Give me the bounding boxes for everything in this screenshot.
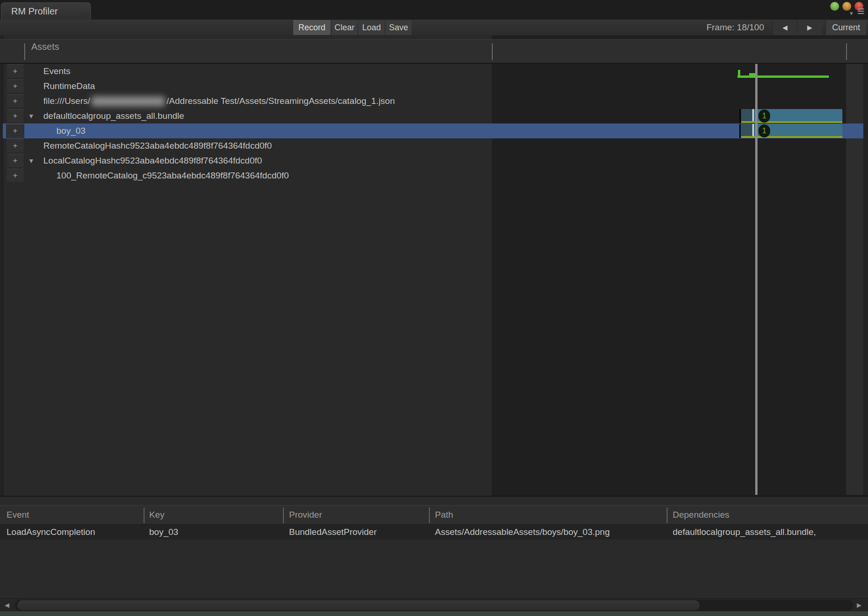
assets-tree: +Events+RuntimeData+file:///Users//Addre…: [3, 64, 863, 183]
tree-row-label: RemoteCatalogHashc9523aba4ebdc489f8f7643…: [40, 141, 272, 151]
tree-row-content: boy_03: [24, 126, 85, 136]
tab-rm-profiler[interactable]: RM Profiler: [1, 2, 91, 20]
details-cell: defaultlocalgroup_assets_all.bundle,: [673, 527, 816, 537]
frame-controls: Frame: 18/100 ◀ ▶ Current: [706, 20, 866, 35]
events-graph-step: [749, 73, 756, 75]
scroll-right-icon[interactable]: ▶: [857, 599, 861, 612]
details-column-dependencies[interactable]: Dependencies: [673, 510, 729, 520]
pane-menu-icon[interactable]: ≡: [857, 5, 865, 18]
next-frame-button[interactable]: ▶: [797, 20, 822, 35]
tab-bar: RM Profiler ▾ ≡: [0, 0, 868, 20]
details-column-divider: [283, 507, 284, 523]
assets-column-header: [0, 39, 868, 64]
pane-dropdown-icon[interactable]: ▾: [850, 10, 853, 17]
tree-row-content: RuntimeData: [24, 81, 95, 91]
ref-count-badge: 1: [758, 110, 770, 123]
details-cell: LoadAsyncCompletion: [7, 527, 95, 537]
tree-row-events[interactable]: +Events: [3, 64, 863, 79]
tab-title: RM Profiler: [11, 6, 58, 16]
expand-button-runtime-data[interactable]: +: [6, 79, 24, 93]
tree-row-100-remote-catalog[interactable]: +100_RemoteCatalog_c9523aba4ebdc489f8f76…: [3, 168, 863, 183]
details-column-provider[interactable]: Provider: [289, 510, 322, 520]
expand-button-local-catalog-hash[interactable]: +: [6, 154, 24, 168]
expand-button-defaultlocalgroup-bundle[interactable]: +: [6, 109, 24, 123]
tree-row-defaultlocalgroup-bundle[interactable]: +▼defaultlocalgroup_assets_all.bundle: [3, 109, 863, 123]
bar-frame-tick: [752, 109, 754, 121]
tree-row-label: boy_03: [53, 126, 85, 136]
assets-timeline-panel: Assets +Events+RuntimeData+file:///Users…: [0, 35, 868, 496]
window-button-green[interactable]: [830, 2, 839, 11]
clear-button[interactable]: Clear: [331, 20, 358, 35]
tree-row-label: RuntimeData: [40, 81, 95, 91]
tree-row-catalog-url[interactable]: +file:///Users//Addressable Test/Assets/…: [3, 94, 863, 109]
header-pane-splitter[interactable]: [492, 43, 493, 60]
events-graph-line: [737, 75, 829, 78]
bar-start-tick: [739, 124, 741, 138]
frame-counter: Frame: 18/100: [706, 22, 764, 33]
toolbar-button-group: Record Clear Load Save: [293, 20, 412, 35]
redacted-username: [91, 96, 165, 106]
tree-row-runtime-data[interactable]: +RuntimeData: [3, 79, 863, 94]
header-divider: [24, 43, 25, 60]
expand-button-boy-03[interactable]: +: [6, 124, 24, 138]
load-button[interactable]: Load: [358, 20, 385, 35]
tree-row-content: 100_RemoteCatalog_c9523aba4ebdc489f8f764…: [24, 171, 289, 181]
bar-leading-segment: [741, 109, 752, 121]
tree-row-remote-catalog-hash[interactable]: +RemoteCatalogHashc9523aba4ebdc489f8f764…: [3, 138, 863, 153]
horizontal-scrollbar[interactable]: ◀ ▶: [0, 598, 868, 612]
frame-playhead[interactable]: [755, 64, 758, 495]
bar-frame-tick: [752, 124, 754, 136]
event-details-panel: EventKeyProviderPathDependencies LoadAsy…: [0, 496, 868, 599]
expand-button-catalog-url[interactable]: +: [6, 94, 24, 108]
tree-row-content: file:///Users//Addressable Test/Assets/S…: [24, 96, 395, 106]
bar-start-tick: [739, 109, 741, 123]
details-column-event[interactable]: Event: [7, 510, 29, 520]
details-column-path[interactable]: Path: [435, 510, 453, 520]
save-button[interactable]: Save: [386, 20, 412, 35]
tree-row-content: ▼LocalCatalogHashc9523aba4ebdc489f8f7643…: [24, 156, 262, 166]
tree-row-label: file:///Users//Addressable Test/Assets/S…: [40, 96, 395, 106]
expand-button-events[interactable]: +: [6, 64, 24, 78]
record-button[interactable]: Record: [293, 20, 331, 35]
ref-count-badge: 1: [758, 124, 770, 137]
tree-row-boy-03[interactable]: +boy_03: [3, 123, 863, 138]
scroll-left-icon[interactable]: ◀: [5, 599, 9, 612]
collapse-arrow-icon[interactable]: ▼: [28, 157, 40, 164]
header-divider: [846, 43, 847, 60]
tree-row-label: LocalCatalogHashc9523aba4ebdc489f8f76436…: [40, 156, 262, 166]
expand-button-remote-catalog-hash[interactable]: +: [6, 139, 24, 153]
tree-row-label: defaultlocalgroup_assets_all.bundle: [40, 111, 184, 121]
expand-button-100-remote-catalog[interactable]: +: [6, 169, 24, 183]
tree-row-content: RemoteCatalogHashc9523aba4ebdc489f8f7643…: [24, 141, 272, 151]
rm-profiler-window: RM Profiler ▾ ≡ Record Clear Load Save F…: [0, 0, 868, 616]
details-column-divider: [429, 507, 430, 523]
tree-row-content: Events: [24, 66, 70, 76]
details-data-row[interactable]: LoadAsyncCompletionboy_03BundledAssetPro…: [0, 525, 868, 540]
assets-column-title: Assets: [31, 41, 59, 52]
bar-leading-segment: [741, 124, 752, 136]
details-cell: Assets/AddressableAssets/boys/boy_03.png: [435, 527, 610, 537]
window-bottom-edge: [0, 611, 868, 616]
tree-row-label: Events: [40, 66, 70, 76]
tree-row-local-catalog-hash[interactable]: +▼LocalCatalogHashc9523aba4ebdc489f8f764…: [3, 153, 863, 168]
details-column-divider: [144, 507, 145, 523]
details-header-row: EventKeyProviderPathDependencies: [0, 505, 868, 525]
previous-frame-button[interactable]: ◀: [772, 20, 797, 35]
details-cell: BundledAssetProvider: [289, 527, 377, 537]
details-column-key[interactable]: Key: [149, 510, 165, 520]
current-frame-button[interactable]: Current: [826, 20, 866, 35]
details-cell: boy_03: [149, 527, 178, 537]
tree-row-label: 100_RemoteCatalog_c9523aba4ebdc489f8f764…: [53, 171, 289, 181]
collapse-arrow-icon[interactable]: ▼: [28, 112, 40, 120]
scrollbar-thumb[interactable]: [17, 600, 700, 611]
window-right-edge: [863, 64, 868, 495]
toolbar: Record Clear Load Save Frame: 18/100 ◀ ▶…: [0, 20, 868, 36]
details-column-divider: [667, 507, 668, 523]
tree-row-content: ▼defaultlocalgroup_assets_all.bundle: [24, 111, 184, 121]
